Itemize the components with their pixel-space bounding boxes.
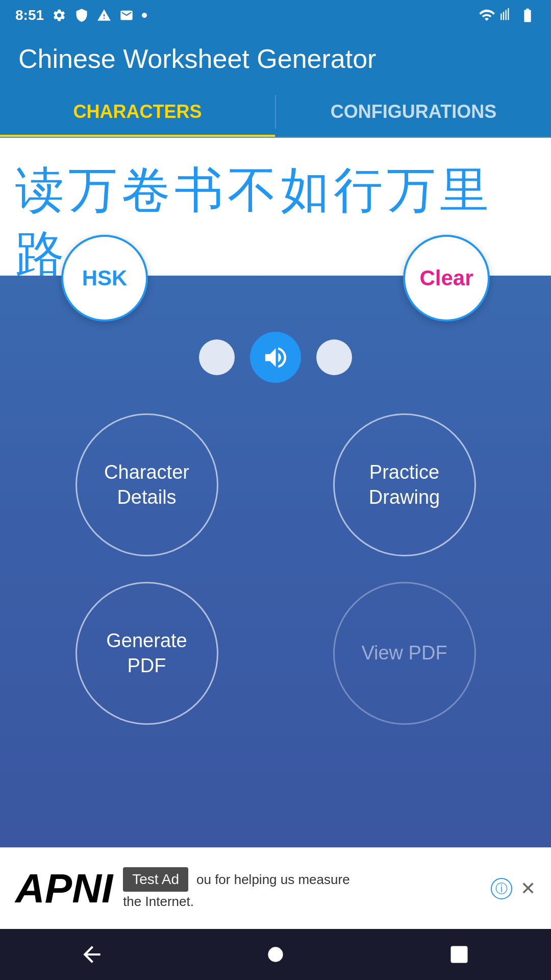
view-pdf-button[interactable]: View PDF [333, 582, 476, 725]
dot-right [316, 339, 352, 375]
ad-close-button[interactable]: ✕ [520, 878, 536, 899]
warning-icon [97, 8, 111, 22]
tab-bar: CHARACTERS CONFIGURATIONS [0, 87, 551, 138]
play-protect-icon [74, 8, 89, 22]
ad-badge: Test Ad [123, 867, 188, 892]
sound-row [199, 332, 352, 383]
wifi-icon [479, 7, 495, 23]
action-row: HSK Clear [0, 235, 551, 322]
app-bar: Chinese Worksheet Generator [0, 31, 551, 87]
generate-pdf-label: GeneratePDF [106, 628, 187, 679]
ad-banner: APNI Test Ad ou for helping us measure t… [0, 847, 551, 929]
hsk-label: HSK [82, 266, 128, 290]
ad-controls: ⓘ ✕ [491, 878, 536, 899]
hsk-button[interactable]: HSK [61, 235, 148, 322]
speaker-icon [262, 344, 290, 372]
grid-buttons: CharacterDetails PracticeDrawing Generat… [0, 413, 551, 725]
ad-info-button[interactable]: ⓘ [491, 878, 512, 899]
nav-bar [0, 929, 551, 980]
bottom-section: HSK Clear CharacterDetails PracticeDrawi… [0, 276, 551, 898]
time-display: 8:51 [15, 7, 44, 23]
dot-left [199, 339, 235, 375]
battery-icon [519, 7, 536, 23]
svg-point-0 [268, 947, 283, 962]
nav-back-button[interactable] [71, 934, 112, 975]
signal-icon [500, 8, 514, 22]
view-pdf-label: View PDF [361, 641, 447, 666]
practice-drawing-button[interactable]: PracticeDrawing [333, 413, 476, 556]
status-icons [479, 7, 536, 23]
nav-home-button[interactable] [255, 934, 296, 975]
sound-button[interactable] [250, 332, 301, 383]
ad-text-line1: ou for helping us measure [196, 872, 350, 888]
tab-characters[interactable]: CHARACTERS [0, 87, 275, 137]
clear-button[interactable]: Clear [403, 235, 490, 322]
practice-drawing-label: PracticeDrawing [369, 460, 440, 510]
svg-rect-1 [451, 946, 468, 963]
generate-pdf-button[interactable]: GeneratePDF [76, 582, 218, 725]
status-left: 8:51 [15, 7, 147, 23]
settings-icon [52, 8, 66, 22]
character-details-button[interactable]: CharacterDetails [76, 413, 218, 556]
mail-icon [119, 8, 134, 22]
notification-dot [142, 13, 147, 18]
nav-recent-button[interactable] [439, 934, 480, 975]
status-bar: 8:51 [0, 0, 551, 31]
tab-configurations[interactable]: CONFIGURATIONS [276, 87, 551, 137]
recent-icon [448, 943, 470, 966]
clear-label: Clear [419, 266, 473, 290]
ad-text-line2: the Internet. [123, 894, 481, 910]
tab-configurations-label: CONFIGURATIONS [331, 101, 496, 122]
ad-logo: APNI [15, 865, 113, 912]
tab-characters-label: CHARACTERS [73, 101, 202, 122]
character-details-label: CharacterDetails [104, 460, 189, 510]
app-title: Chinese Worksheet Generator [18, 43, 376, 74]
home-icon [264, 943, 287, 966]
back-icon [79, 942, 105, 967]
